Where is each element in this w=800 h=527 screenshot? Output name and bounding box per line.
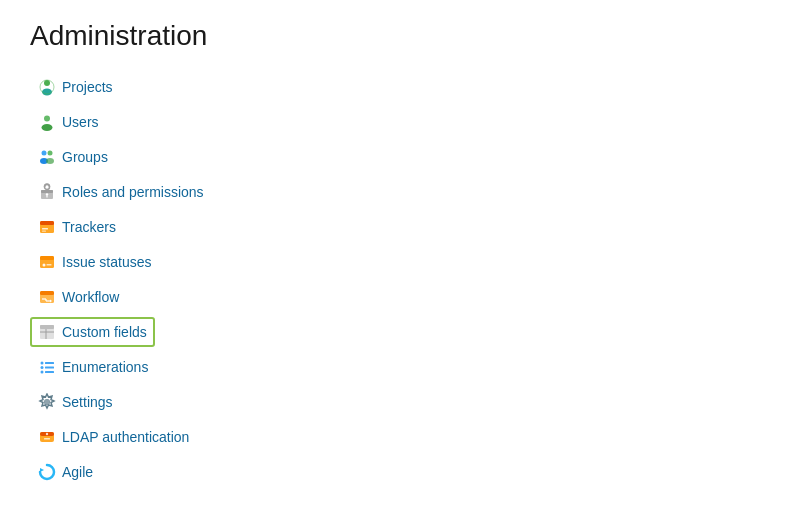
nav-item-groups: Groups bbox=[30, 140, 770, 174]
svg-rect-43 bbox=[44, 438, 50, 440]
nav-label-ldap: LDAP authentication bbox=[62, 429, 189, 445]
nav-link-issue-statuses[interactable]: Issue statuses bbox=[30, 247, 160, 277]
svg-point-7 bbox=[48, 151, 53, 156]
projects-icon bbox=[38, 78, 56, 96]
nav-link-trackers[interactable]: Trackers bbox=[30, 212, 124, 242]
roles-icon bbox=[38, 183, 56, 201]
ldap-icon bbox=[38, 428, 56, 446]
svg-rect-10 bbox=[41, 190, 53, 193]
nav-link-ldap[interactable]: LDAP authentication bbox=[30, 422, 197, 452]
nav-label-custom-fields: Custom fields bbox=[62, 324, 147, 340]
svg-rect-16 bbox=[42, 228, 48, 230]
nav-link-custom-fields[interactable]: Custom fields bbox=[30, 317, 155, 347]
nav-label-projects: Projects bbox=[62, 79, 113, 95]
nav-link-projects[interactable]: Projects bbox=[30, 72, 121, 102]
svg-rect-21 bbox=[47, 264, 52, 266]
nav-item-users: Users bbox=[30, 105, 770, 139]
nav-label-users: Users bbox=[62, 114, 99, 130]
nav-link-roles-permissions[interactable]: Roles and permissions bbox=[30, 177, 212, 207]
nav-item-custom-fields: Custom fields bbox=[30, 315, 770, 349]
svg-point-0 bbox=[44, 80, 50, 86]
nav-link-workflow[interactable]: Workflow bbox=[30, 282, 127, 312]
settings-icon bbox=[38, 393, 56, 411]
svg-rect-23 bbox=[40, 291, 54, 295]
nav-item-ldap: LDAP authentication bbox=[30, 420, 770, 454]
nav-link-enumerations[interactable]: Enumerations bbox=[30, 352, 156, 382]
svg-rect-33 bbox=[45, 362, 54, 364]
svg-point-32 bbox=[41, 362, 44, 365]
nav-label-groups: Groups bbox=[62, 149, 108, 165]
svg-rect-37 bbox=[45, 371, 54, 373]
svg-point-39 bbox=[45, 400, 50, 405]
admin-nav-list: Projects Users Gro bbox=[30, 70, 770, 489]
nav-link-groups[interactable]: Groups bbox=[30, 142, 116, 172]
nav-label-enumerations: Enumerations bbox=[62, 359, 148, 375]
svg-rect-29 bbox=[40, 325, 54, 329]
svg-rect-35 bbox=[45, 367, 54, 369]
page-title: Administration bbox=[30, 20, 770, 52]
nav-item-projects: Projects bbox=[30, 70, 770, 104]
nav-item-settings: Settings bbox=[30, 385, 770, 419]
agile-icon bbox=[38, 463, 56, 481]
nav-item-workflow: Workflow bbox=[30, 280, 770, 314]
svg-point-4 bbox=[42, 124, 53, 131]
nav-item-roles-permissions: Roles and permissions bbox=[30, 175, 770, 209]
svg-point-36 bbox=[41, 371, 44, 374]
nav-item-agile: Agile bbox=[30, 455, 770, 489]
nav-item-trackers: Trackers bbox=[30, 210, 770, 244]
issue-statuses-icon bbox=[38, 253, 56, 271]
nav-label-agile: Agile bbox=[62, 464, 93, 480]
svg-point-5 bbox=[42, 151, 47, 156]
enumerations-icon bbox=[38, 358, 56, 376]
svg-point-20 bbox=[43, 264, 46, 267]
trackers-icon bbox=[38, 218, 56, 236]
svg-rect-13 bbox=[46, 196, 47, 198]
nav-label-roles-permissions: Roles and permissions bbox=[62, 184, 204, 200]
nav-item-enumerations: Enumerations bbox=[30, 350, 770, 384]
svg-point-3 bbox=[44, 116, 50, 122]
nav-link-settings[interactable]: Settings bbox=[30, 387, 121, 417]
svg-rect-15 bbox=[40, 221, 54, 225]
users-icon bbox=[38, 113, 56, 131]
groups-icon bbox=[38, 148, 56, 166]
nav-label-issue-statuses: Issue statuses bbox=[62, 254, 152, 270]
svg-point-34 bbox=[41, 366, 44, 369]
svg-point-12 bbox=[46, 193, 48, 195]
nav-item-issue-statuses: Issue statuses bbox=[30, 245, 770, 279]
nav-label-settings: Settings bbox=[62, 394, 113, 410]
svg-rect-19 bbox=[40, 256, 54, 260]
nav-label-trackers: Trackers bbox=[62, 219, 116, 235]
nav-link-agile[interactable]: Agile bbox=[30, 457, 101, 487]
svg-marker-44 bbox=[40, 468, 44, 472]
nav-label-workflow: Workflow bbox=[62, 289, 119, 305]
svg-point-42 bbox=[46, 433, 48, 435]
custom-fields-icon bbox=[38, 323, 56, 341]
nav-link-users[interactable]: Users bbox=[30, 107, 107, 137]
workflow-icon bbox=[38, 288, 56, 306]
svg-point-8 bbox=[46, 158, 54, 164]
svg-rect-17 bbox=[42, 231, 46, 232]
